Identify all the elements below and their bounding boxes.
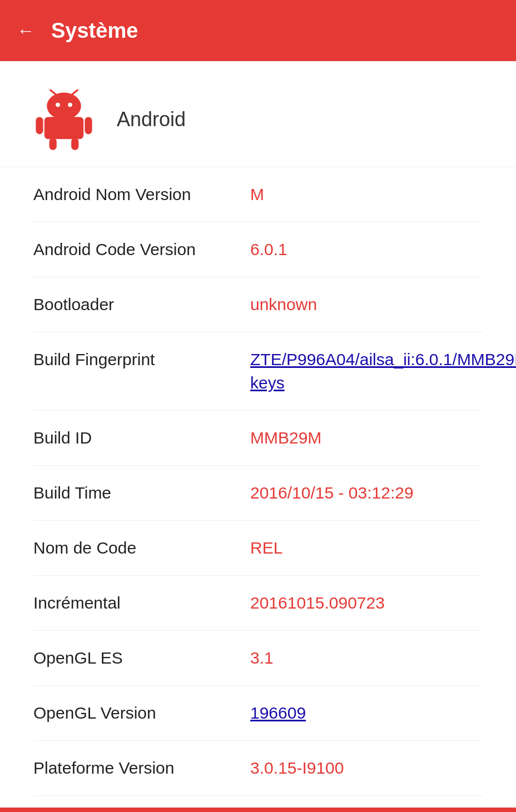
- info-row-nom-de-code: Nom de CodeREL: [33, 521, 483, 576]
- info-list: Android Nom VersionMAndroid Code Version…: [0, 167, 516, 812]
- info-label-plateforme-version: Plateforme Version: [33, 756, 239, 780]
- info-row-build-time: Build Time2016/10/15 - 03:12:29: [33, 466, 483, 521]
- info-label-android-code-version: Android Code Version: [33, 238, 239, 261]
- android-logo-icon: [33, 89, 95, 150]
- bottom-bar: [0, 808, 516, 812]
- info-value-nom-de-code: REL: [250, 536, 483, 560]
- svg-rect-8: [49, 138, 57, 150]
- info-value-android-nom-version: M: [250, 183, 483, 206]
- android-label: Android: [117, 108, 186, 131]
- info-value-build-fingerprint[interactable]: ZTE/P996A04/ailsa_ii:6.0.1/MMB29M/201610…: [250, 348, 516, 395]
- info-value-build-id: MMB29M: [250, 426, 483, 450]
- info-value-opengl-es: 3.1: [250, 646, 483, 670]
- info-value-android-code-version: 6.0.1: [250, 238, 483, 261]
- info-value-opengl-version[interactable]: 196609: [250, 701, 483, 725]
- svg-rect-5: [44, 117, 83, 140]
- info-value-plateforme-version: 3.0.15-I9100: [250, 756, 483, 780]
- info-label-build-fingerprint: Build Fingerprint: [33, 348, 239, 371]
- svg-line-4: [71, 90, 77, 95]
- info-row-opengl-version: OpenGL Version196609: [33, 686, 483, 741]
- info-value-bootloader: unknown: [250, 293, 483, 316]
- svg-point-0: [47, 93, 81, 119]
- info-label-build-id: Build ID: [33, 426, 239, 450]
- info-label-build-time: Build Time: [33, 481, 239, 505]
- info-value-build-time: 2016/10/15 - 03:12:29: [250, 481, 483, 505]
- info-label-opengl-es: OpenGL ES: [33, 646, 239, 670]
- svg-rect-6: [36, 117, 43, 134]
- svg-line-3: [51, 90, 57, 95]
- page-title: Système: [51, 19, 138, 43]
- info-row-build-id: Build IDMMB29M: [33, 411, 483, 466]
- info-label-nom-de-code: Nom de Code: [33, 536, 239, 560]
- info-row-incremental: Incrémental20161015.090723: [33, 576, 483, 631]
- info-row-opengl-es: OpenGL ES3.1: [33, 631, 483, 686]
- content-area: Android Android Nom VersionMAndroid Code…: [0, 61, 516, 812]
- info-label-android-nom-version: Android Nom Version: [33, 183, 239, 206]
- info-label-incremental: Incrémental: [33, 591, 239, 615]
- info-row-build-fingerprint: Build FingerprintZTE/P996A04/ailsa_ii:6.…: [33, 332, 483, 411]
- back-button[interactable]: ←: [17, 21, 34, 41]
- svg-point-2: [68, 103, 72, 107]
- info-label-opengl-version: OpenGL Version: [33, 701, 239, 725]
- info-value-incremental: 20161015.090723: [250, 591, 483, 615]
- svg-rect-7: [85, 117, 92, 134]
- info-row-android-code-version: Android Code Version6.0.1: [33, 222, 483, 277]
- info-row-bootloader: Bootloaderunknown: [33, 277, 483, 332]
- svg-point-1: [56, 103, 60, 107]
- app-header: ← Système: [0, 0, 516, 61]
- android-header: Android: [0, 78, 516, 167]
- info-row-android-nom-version: Android Nom VersionM: [33, 167, 483, 222]
- info-label-bootloader: Bootloader: [33, 293, 239, 316]
- svg-rect-9: [71, 138, 78, 150]
- info-row-plateforme-version: Plateforme Version3.0.15-I9100: [33, 741, 483, 796]
